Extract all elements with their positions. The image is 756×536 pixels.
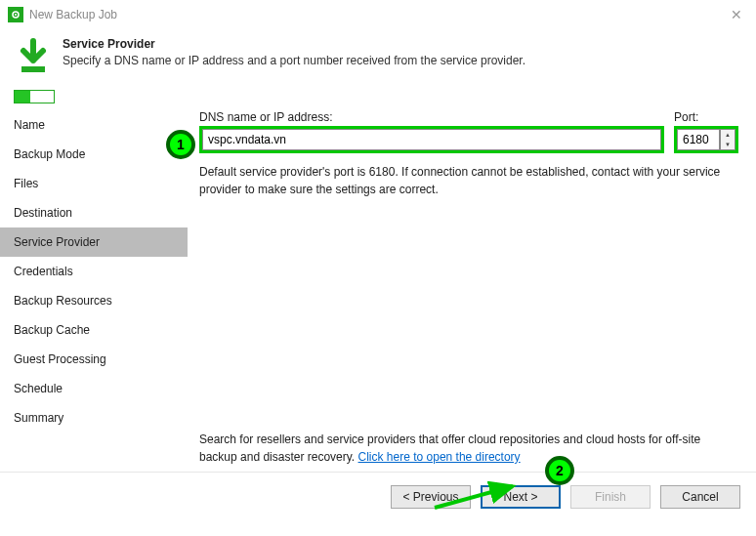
svg-rect-2 [21, 66, 45, 72]
main-panel: DNS name or IP address: Port: ▲ ▼ Defaul… [188, 104, 756, 472]
spinner-up-icon[interactable]: ▲ [721, 130, 735, 140]
step-guest-processing[interactable]: Guest Processing [0, 345, 188, 374]
wizard-footer: < Previous Next > Finish Cancel [0, 472, 756, 520]
progress-indicator [14, 90, 55, 103]
download-arrow-icon [14, 37, 53, 76]
step-schedule[interactable]: Schedule [0, 374, 188, 403]
wizard-header: Service Provider Specify a DNS name or I… [0, 29, 756, 86]
open-directory-link[interactable]: Click here to open the directory [358, 450, 521, 464]
finish-button: Finish [570, 485, 651, 509]
dns-input[interactable] [202, 129, 661, 150]
page-title: Service Provider [63, 37, 155, 51]
dns-input-highlight [199, 126, 664, 153]
step-backup-mode[interactable]: Backup Mode [0, 140, 188, 169]
cancel-button[interactable]: Cancel [660, 485, 740, 509]
svg-point-1 [15, 14, 17, 16]
port-hint-text: Default service provider's port is 6180.… [199, 163, 738, 198]
titlebar: New Backup Job ✕ [0, 0, 756, 29]
step-name[interactable]: Name [0, 110, 188, 140]
next-button[interactable]: Next > [481, 485, 561, 509]
dns-label: DNS name or IP address: [199, 110, 664, 124]
previous-button[interactable]: < Previous [391, 485, 471, 509]
step-files[interactable]: Files [0, 169, 188, 198]
spinner-down-icon[interactable]: ▼ [721, 140, 735, 149]
port-label: Port: [674, 110, 738, 124]
port-spinner[interactable]: ▲ ▼ [720, 129, 735, 150]
directory-search-text: Search for resellers and service provide… [199, 431, 738, 466]
port-input-highlight: ▲ ▼ [674, 126, 738, 153]
close-icon[interactable]: ✕ [725, 5, 748, 24]
wizard-steps-sidebar: Name Backup Mode Files Destination Servi… [0, 104, 188, 472]
step-backup-cache[interactable]: Backup Cache [0, 315, 188, 345]
window-title: New Backup Job [29, 8, 117, 21]
app-icon [8, 7, 23, 22]
step-destination[interactable]: Destination [0, 198, 188, 227]
port-input[interactable] [677, 129, 720, 150]
page-subtitle: Specify a DNS name or IP address and a p… [63, 54, 525, 67]
step-service-provider[interactable]: Service Provider [0, 227, 188, 257]
step-credentials[interactable]: Credentials [0, 257, 188, 286]
step-backup-resources[interactable]: Backup Resources [0, 286, 188, 315]
step-summary[interactable]: Summary [0, 403, 188, 433]
